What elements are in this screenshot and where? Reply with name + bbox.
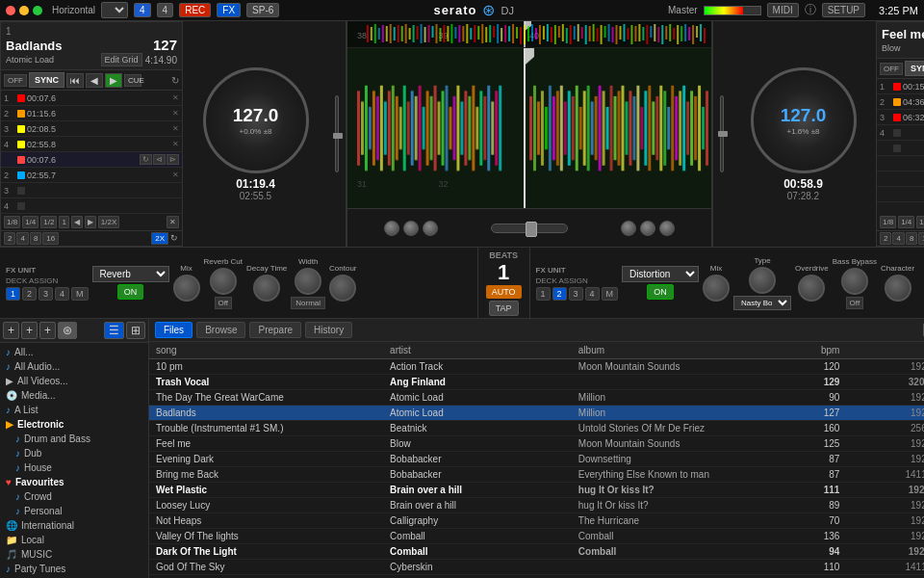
loop-arrow-left[interactable]: ◀ [71,216,83,228]
fx1-contour-knob[interactable] [329,275,356,302]
platter-1-circle[interactable]: 127.0 +0.0% ±8 [203,67,309,173]
fx2-on-btn[interactable]: ON [647,284,674,300]
info-icon[interactable]: ⓘ [805,2,816,18]
eq-lo-2[interactable] [659,221,675,236]
track-remove[interactable]: ✕ [172,93,179,102]
tab-browse[interactable]: Browse [196,322,245,338]
sidebar-item-crowd[interactable]: ♪ Crowd [0,489,148,504]
sidebar-item-electronic[interactable]: ▶ Electronic [0,417,148,432]
sidebar-grid-view-btn[interactable]: ⊞ [126,322,145,339]
beats-1-auto[interactable]: AUTO [486,285,522,299]
minimize-icon[interactable] [19,6,29,15]
sidebar-item-all-videos[interactable]: ▶ All Videos... [0,374,148,388]
device-btn[interactable]: SP-6 [246,3,279,17]
table-row[interactable]: Trouble (Instrumental #1 SM.) Beatnick U… [149,421,924,436]
track-remove[interactable]: ✕ [172,140,179,148]
fx2-mix-knob-control[interactable] [703,275,730,302]
fx1-width-knob[interactable] [295,268,321,295]
eq-lo-1[interactable] [423,221,438,236]
deck-1-edit-grid[interactable]: Edit Grid [101,53,142,66]
tab-history[interactable]: History [305,322,352,338]
fx2-deck-1[interactable]: 1 [536,287,551,301]
eq-mid-1[interactable] [403,221,419,236]
loop2-1-8[interactable]: 1/8 [880,216,896,228]
loop2-1-4[interactable]: 1/4 [898,216,914,228]
deck-1-rew-btn[interactable]: ◀ [86,73,103,88]
fx1-width-val[interactable]: Normal [291,297,325,309]
fx1-deck-m[interactable]: M [71,287,89,301]
table-row[interactable]: Dark Of The Light Comball Comball 94 192… [149,544,924,560]
track-btn[interactable]: ⊲ [153,154,166,165]
table-row[interactable]: Not Heaps Calligraphy The Hurricane 70 1… [149,513,924,529]
loop-1[interactable]: 1 [59,216,68,228]
deck-2-off-btn[interactable]: OFF [880,63,903,75]
num-8[interactable]: 8 [30,232,41,245]
th-album[interactable]: album [576,344,764,356]
loop-1-2[interactable]: 1/2 [40,216,57,228]
beats-1-tap[interactable]: TAP [489,301,519,316]
table-row[interactable]: Badlands Atomic Load Million 127 192.0kb… [149,406,924,421]
sidebar-add-folder-btn[interactable]: + [21,322,38,339]
th-artist[interactable]: artist [387,344,576,356]
table-row[interactable]: Trash Vocal Ang Finland 129 320.0kbps 07… [149,375,924,390]
deck-1-play-btn[interactable]: ▶ [105,73,122,88]
layout-dropdown[interactable] [101,2,128,18]
sidebar-item-all[interactable]: ♪ All... [0,345,148,359]
channels-btn[interactable]: 4 [157,3,174,17]
fx2-bass-bypass-knob[interactable] [841,268,868,295]
deck-1-prev-btn[interactable]: ⏮ [66,73,84,88]
midi-btn[interactable]: MIDI [767,3,799,17]
deck-2-sync-btn[interactable]: SYNC [905,61,924,76]
sidebar-item-media[interactable]: 💿 Media... [0,388,148,403]
fx1-on-btn[interactable]: ON [117,284,144,300]
sidebar-item-international[interactable]: 🌐 International [0,518,148,533]
num-16[interactable]: 16 [42,232,59,245]
fx1-reverb-cut-knob[interactable] [210,268,237,295]
fx2-deck-4[interactable]: 4 [585,287,600,301]
table-row[interactable]: Evening Dark Bobabacker Downsetting 87 1… [149,452,924,467]
track-remove[interactable]: ✕ [172,124,179,133]
loop-1-2x[interactable]: 1/2X [98,216,119,228]
fx2-type-select[interactable]: Nasty Boy [733,296,791,310]
eq-hi-1[interactable] [384,221,399,236]
fx1-deck-1[interactable]: 1 [6,287,20,301]
loop-1-4[interactable]: 1/4 [22,216,38,228]
sidebar-add-btn[interactable]: + [3,322,19,339]
tab-prepare[interactable]: Prepare [249,322,301,338]
pitch-slider-2[interactable] [713,21,731,247]
table-row[interactable]: Bring me Back Bobabacker Everything Else… [149,467,924,483]
sidebar-list-view-btn[interactable]: ☰ [104,322,124,339]
sidebar-item-party-tunes[interactable]: ♪ Party Tunes [0,562,148,576]
eq-hi-2[interactable] [621,221,636,236]
sidebar-item-music[interactable]: 🎵 MUSIC [0,547,148,562]
num2-16[interactable]: 16 [918,232,924,245]
sidebar-item-a-list[interactable]: ♪ A List [0,403,148,417]
table-row[interactable]: Feel me Blow Moon Mountain Sounds 125 19… [149,436,924,452]
fx1-deck-2[interactable]: 2 [22,287,37,301]
table-row[interactable]: Loosey Lucy Brain over a hill hug It Or … [149,498,924,513]
sidebar-item-personal[interactable]: ♪ Personal [0,504,148,518]
sidebar-item-local[interactable]: 📁 Local [0,533,148,547]
fx1-mix-knob-control[interactable] [173,275,200,302]
num2-4[interactable]: 4 [892,232,904,245]
sidebar-crate-icon[interactable]: ⊛ [58,322,77,339]
loop2-1-2[interactable]: 1/2 [916,216,924,228]
rec-btn[interactable]: REC [179,3,211,17]
maximize-icon[interactable] [33,6,42,15]
th-song[interactable]: song [153,344,387,356]
track-remove[interactable]: ✕ [172,109,179,118]
sidebar-item-all-audio[interactable]: ♪ All Audio... [0,359,148,374]
num-2x[interactable]: 2X [151,232,168,245]
track-remove[interactable]: ✕ [172,171,179,179]
pitch-handle-1[interactable] [333,133,343,139]
fx2-deck-m[interactable]: M [602,287,619,301]
fx1-deck-4[interactable]: 4 [55,287,69,301]
num2-8[interactable]: 8 [906,232,917,245]
channels-4-btn[interactable]: 4 [134,3,151,17]
table-row[interactable]: The Day The Great WarCame Atomic Load Mi… [149,390,924,406]
num-2[interactable]: 2 [4,232,15,245]
sidebar-item-drum-bass[interactable]: ♪ Drum and Bass [0,432,148,446]
deck-1-sync-btn[interactable]: SYNC [29,72,64,88]
th-bpm[interactable]: bpm [763,344,842,356]
deck-1-off-btn[interactable]: OFF [4,74,27,87]
